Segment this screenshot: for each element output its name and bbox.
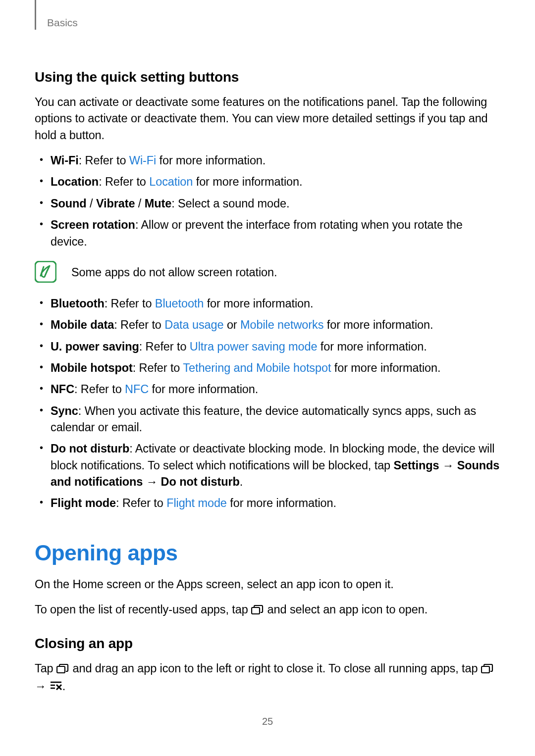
- link-bluetooth[interactable]: Bluetooth: [155, 297, 204, 310]
- breadcrumb: Basics: [47, 17, 78, 29]
- item-text: : Refer to: [99, 175, 149, 188]
- link-wifi[interactable]: Wi-Fi: [129, 154, 156, 167]
- item-text: for more information.: [149, 383, 258, 396]
- item-label: Mobile hotspot: [51, 361, 133, 374]
- svg-rect-0: [35, 261, 56, 282]
- item-text: or: [223, 318, 240, 331]
- item-text: for more information.: [204, 297, 313, 310]
- item-label: Location: [51, 175, 99, 188]
- item-label: Mute: [145, 197, 171, 210]
- svg-rect-2: [57, 666, 65, 673]
- list-item: Location: Refer to Location for more inf…: [51, 174, 500, 190]
- link-location[interactable]: Location: [149, 175, 193, 188]
- item-text: : Refer to: [79, 154, 129, 167]
- item-text: : When you activate this feature, the de…: [51, 404, 476, 434]
- item-text: for more information.: [193, 175, 302, 188]
- item-sep: /: [135, 197, 144, 210]
- item-label: Bluetooth: [51, 297, 105, 310]
- svg-rect-1: [252, 607, 260, 614]
- item-text: for more information.: [323, 318, 433, 331]
- list-item: U. power saving: Refer to Ultra power sa…: [51, 339, 500, 355]
- list-item: NFC: Refer to NFC for more information.: [51, 381, 500, 398]
- paragraph-quick-intro: You can activate or deactivate some feat…: [35, 94, 500, 144]
- item-text: →: [143, 475, 160, 488]
- item-label: Wi-Fi: [51, 154, 79, 167]
- item-label: Sound: [51, 197, 87, 210]
- link-tethering-hotspot[interactable]: Tethering and Mobile hotspot: [183, 361, 331, 374]
- paragraph-opening-1: On the Home screen or the Apps screen, s…: [35, 576, 500, 593]
- item-text: : Refer to: [139, 340, 190, 353]
- item-text: : Select a sound mode.: [171, 197, 289, 210]
- close-all-icon: [50, 680, 62, 696]
- list-item: Wi-Fi: Refer to Wi-Fi for more informati…: [51, 152, 500, 169]
- item-label: Vibrate: [96, 197, 135, 210]
- paragraph-text: To open the list of recently-used apps, …: [35, 603, 251, 616]
- svg-rect-3: [482, 666, 489, 673]
- note-icon: [35, 261, 56, 285]
- item-label: U. power saving: [51, 340, 139, 353]
- item-text: : Refer to: [74, 383, 125, 396]
- item-text: : Refer to: [116, 497, 166, 509]
- list-item: Bluetooth: Refer to Bluetooth for more i…: [51, 296, 500, 312]
- note-text: Some apps do not allow screen rotation.: [71, 264, 277, 281]
- item-text: for more information.: [317, 340, 427, 353]
- list-item: Flight mode: Refer to Flight mode for mo…: [51, 495, 500, 511]
- item-label: NFC: [51, 383, 74, 396]
- heading-closing-app: Closing an app: [35, 636, 500, 652]
- item-label: Do not disturb: [51, 442, 129, 455]
- list-item: Screen rotation: Allow or prevent the in…: [51, 217, 500, 250]
- item-text: : Refer to: [105, 297, 155, 310]
- item-text: for more information.: [156, 154, 266, 167]
- heading-quick-settings: Using the quick setting buttons: [35, 69, 500, 85]
- recent-apps-icon: [481, 662, 494, 678]
- link-data-usage[interactable]: Data usage: [164, 318, 223, 331]
- item-text: : Refer to: [133, 361, 183, 374]
- link-nfc[interactable]: NFC: [125, 383, 149, 396]
- item-label: Sync: [51, 404, 78, 417]
- list-item: Sync: When you activate this feature, th…: [51, 403, 500, 436]
- paragraph-text: Tap: [35, 662, 56, 675]
- paragraph-text: and select an app icon to open.: [264, 603, 428, 616]
- item-text: for more information.: [331, 361, 440, 374]
- recent-apps-icon: [56, 662, 69, 678]
- list-item: Mobile hotspot: Refer to Tethering and M…: [51, 360, 500, 376]
- recent-apps-icon: [251, 603, 264, 619]
- item-label: Screen rotation: [51, 218, 135, 231]
- list-item: Mobile data: Refer to Data usage or Mobi…: [51, 317, 500, 333]
- link-flight-mode[interactable]: Flight mode: [166, 497, 227, 509]
- item-text: →: [439, 459, 457, 472]
- page-number: 25: [0, 716, 535, 727]
- paragraph-closing: Tap and drag an app icon to the left or …: [35, 660, 500, 697]
- item-text: for more information.: [227, 497, 336, 509]
- item-text: : Refer to: [114, 318, 164, 331]
- item-label: Flight mode: [51, 497, 116, 509]
- list-item: Sound / Vibrate / Mute: Select a sound m…: [51, 196, 500, 212]
- link-ultra-power-saving[interactable]: Ultra power saving mode: [190, 340, 318, 353]
- heading-opening-apps: Opening apps: [35, 541, 500, 565]
- item-label-settings: Settings: [394, 459, 439, 472]
- paragraph-text: .: [62, 680, 65, 693]
- item-text: .: [240, 475, 243, 488]
- item-label-dnd: Do not disturb: [161, 475, 240, 488]
- paragraph-text: →: [35, 680, 50, 693]
- item-label: Mobile data: [51, 318, 114, 331]
- item-sep: /: [87, 197, 96, 210]
- paragraph-text: and drag an app icon to the left or righ…: [69, 662, 481, 675]
- link-mobile-networks[interactable]: Mobile networks: [240, 318, 323, 331]
- list-item: Do not disturb: Activate or deactivate b…: [51, 441, 500, 490]
- paragraph-opening-2: To open the list of recently-used apps, …: [35, 602, 500, 619]
